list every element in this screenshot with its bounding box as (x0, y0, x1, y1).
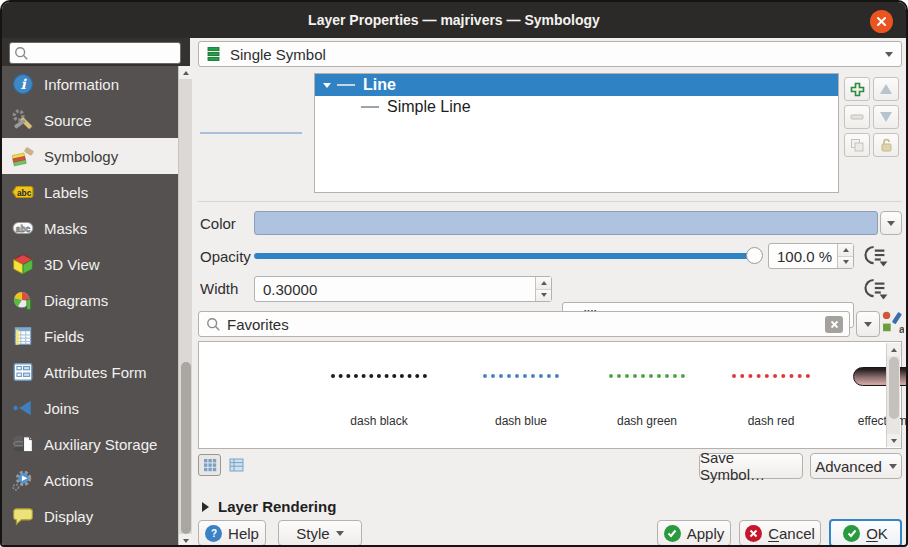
sidebar-item-actions[interactable]: Actions (2, 462, 178, 498)
sidebar-item-symbology[interactable]: Symbology (2, 138, 178, 174)
opacity-spinbox[interactable]: 100.0 % (768, 243, 854, 269)
color-dropdown-button[interactable] (880, 211, 902, 235)
style-manager-icon: a (880, 310, 904, 335)
ok-label: OK (866, 525, 888, 542)
sidebar-scrollbar-thumb[interactable] (181, 362, 191, 534)
scroll-up-arrow[interactable] (179, 66, 193, 79)
scroll-down-arrow[interactable] (887, 434, 901, 447)
sidebar-search-input[interactable] (9, 42, 181, 64)
lock-color-button[interactable] (873, 133, 899, 157)
opacity-slider-handle[interactable] (746, 247, 763, 264)
sidebar-item-joins[interactable]: Joins (2, 390, 178, 426)
help-button[interactable]: ? Help (198, 520, 266, 546)
expand-arrow-icon[interactable] (323, 83, 331, 88)
opacity-label: Opacity (200, 248, 251, 265)
symbology-icon (11, 145, 35, 167)
tree-row-simple-line[interactable]: Simple Line (315, 96, 838, 118)
width-spin-buttons[interactable] (535, 277, 551, 301)
spin-down-button[interactable] (536, 290, 551, 302)
sidebar-item-label: 3D View (44, 256, 100, 273)
opacity-value: 100.0 % (777, 248, 832, 265)
masks-icon: abc (11, 217, 35, 239)
clear-search-button[interactable] (825, 316, 843, 333)
save-symbol-label: Save Symbol… (700, 449, 802, 483)
sidebar-item-label: Labels (44, 184, 88, 201)
opacity-slider[interactable] (254, 253, 754, 259)
width-data-defined-button[interactable] (864, 277, 890, 301)
spin-up-button[interactable] (838, 244, 853, 257)
style-button[interactable]: Style (278, 520, 362, 546)
up-arrow-icon (879, 83, 893, 95)
opacity-spin-buttons[interactable] (837, 244, 853, 268)
symbol-list: dash black dash blue dash green dash red (198, 341, 902, 449)
saved-styles-dropdown-button[interactable] (856, 311, 880, 337)
sidebar-item-source[interactable]: Source (2, 102, 178, 138)
sidebar-item-3d-view[interactable]: 3D View (2, 246, 178, 282)
sidebar-scrollbar (178, 66, 192, 547)
chevron-down-icon (336, 531, 344, 536)
layer-rendering-toggle[interactable]: Layer Rendering (202, 498, 336, 515)
symbol-list-scrollbar-thumb[interactable] (889, 357, 899, 419)
cancel-button[interactable]: Cancel (739, 520, 821, 546)
attributes-form-icon (11, 361, 35, 383)
sidebar-item-label: Auxiliary Storage (44, 436, 157, 453)
style-manager-button[interactable]: a (880, 310, 906, 336)
sidebar-item-label: Actions (44, 472, 93, 489)
chevron-down-icon (864, 322, 872, 327)
duplicate-symbol-layer-button[interactable] (844, 133, 870, 157)
cancel-x-icon (745, 525, 762, 542)
symbol-preview (200, 132, 302, 134)
width-value: 0.30000 (263, 281, 317, 298)
sidebar-item-diagrams[interactable]: Diagrams (2, 282, 178, 318)
advanced-button[interactable]: Advanced (810, 453, 902, 479)
sidebar-item-label: Symbology (44, 148, 118, 165)
help-label: Help (228, 525, 259, 542)
sidebar-item-display[interactable]: Display (2, 498, 178, 534)
width-label: Width (200, 280, 238, 297)
symbol-item-dash-green[interactable]: dash green (587, 352, 707, 444)
diagrams-icon (11, 289, 35, 311)
sidebar-item-information[interactable]: i Information (2, 66, 178, 102)
move-up-button[interactable] (873, 77, 899, 101)
add-symbol-layer-button[interactable] (844, 77, 870, 101)
opacity-data-defined-button[interactable] (864, 244, 890, 268)
display-icon (11, 505, 35, 527)
ok-button[interactable]: OK (829, 519, 902, 547)
sidebar-item-masks[interactable]: abc Masks (2, 210, 178, 246)
sidebar-item-label: Joins (44, 400, 79, 417)
apply-button[interactable]: Apply (657, 520, 731, 546)
remove-symbol-layer-button[interactable] (844, 105, 870, 129)
sidebar-item-labels[interactable]: abc Labels (2, 174, 178, 210)
symbol-item-dash-red[interactable]: dash red (711, 352, 831, 444)
width-spinbox[interactable]: 0.30000 (254, 276, 552, 302)
sidebar-item-label: Information (44, 76, 119, 93)
save-symbol-button[interactable]: Save Symbol… (699, 453, 803, 479)
list-view-button[interactable] (225, 454, 248, 476)
scroll-up-arrow[interactable] (887, 343, 901, 356)
symbol-item-dash-black[interactable]: dash black (319, 352, 439, 444)
sidebar-item-label: Attributes Form (44, 364, 147, 381)
plus-icon (850, 82, 865, 97)
spin-up-button[interactable] (536, 277, 551, 290)
move-down-button[interactable] (873, 105, 899, 129)
favorites-search-input[interactable] (225, 313, 805, 335)
icon-view-icon (203, 458, 217, 472)
symbol-list-scrollbar (886, 343, 900, 447)
spin-down-button[interactable] (838, 257, 853, 269)
color-swatch-button[interactable] (254, 211, 878, 235)
labels-icon: abc (11, 181, 35, 203)
renderer-combo-value: Single Symbol (230, 46, 326, 63)
renderer-combo[interactable]: Single Symbol (198, 41, 902, 67)
sidebar-item-fields[interactable]: Fields (2, 318, 178, 354)
lock-icon (880, 138, 893, 152)
information-icon: i (11, 73, 35, 95)
symbol-item-dash-blue[interactable]: dash blue (461, 352, 581, 444)
tree-row-line[interactable]: Line (315, 74, 838, 96)
scroll-down-arrow[interactable] (179, 534, 193, 547)
fields-icon (11, 325, 35, 347)
icon-view-button[interactable] (198, 454, 221, 476)
sidebar-item-auxiliary-storage[interactable]: Auxiliary Storage (2, 426, 178, 462)
window-close-button[interactable] (870, 10, 893, 33)
sidebar-item-attributes-form[interactable]: Attributes Form (2, 354, 178, 390)
line-symbol-icon (337, 84, 355, 86)
